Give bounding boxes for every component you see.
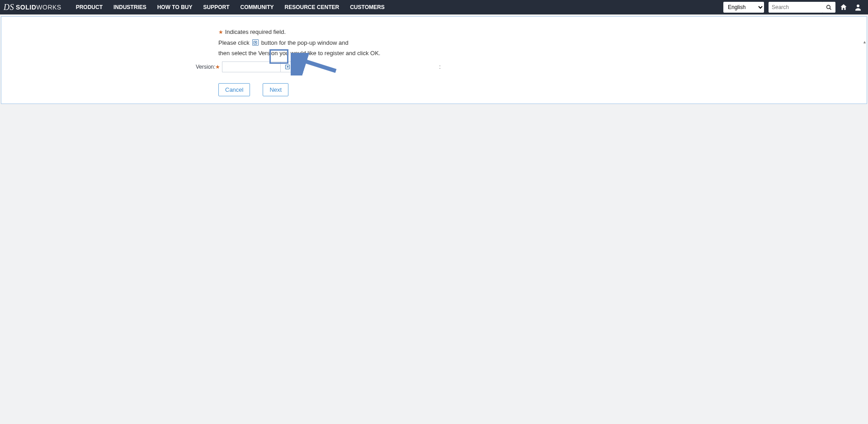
version-input[interactable] <box>222 61 281 72</box>
nav-how-to-buy[interactable]: HOW TO BUY <box>152 0 198 14</box>
required-field-note: ★ Indicates required field. <box>218 28 535 37</box>
version-field-row: Version:★ : <box>196 61 535 72</box>
search-input[interactable] <box>769 2 823 13</box>
user-icon <box>854 3 862 11</box>
language-select[interactable]: English <box>723 2 764 13</box>
main-nav: PRODUCT INDUSTRIES HOW TO BUY SUPPORT CO… <box>71 0 390 14</box>
nav-industries[interactable]: INDUSTRIES <box>108 0 152 14</box>
svg-point-0 <box>827 5 830 9</box>
search-icon <box>826 5 832 10</box>
svg-line-1 <box>830 8 831 9</box>
form-panel: ★ Indicates required field. Please click… <box>1 16 867 104</box>
popup-icon-inline <box>252 39 259 46</box>
home-icon <box>840 3 848 11</box>
required-star-icon: ★ <box>218 29 223 35</box>
instruction-line-1: Please click button for the pop-up windo… <box>218 38 535 47</box>
top-nav-bar: DS SOLIDWORKS PRODUCT INDUSTRIES HOW TO … <box>0 0 868 14</box>
next-button[interactable]: Next <box>263 83 288 96</box>
nav-support[interactable]: SUPPORT <box>198 0 235 14</box>
brand-logo[interactable]: DS SOLIDWORKS <box>4 3 69 12</box>
version-popup-button[interactable] <box>281 61 294 72</box>
search-wrap <box>769 2 835 13</box>
nav-resource-center[interactable]: RESOURCE CENTER <box>279 0 345 14</box>
content-area: ★ Indicates required field. Please click… <box>0 14 868 106</box>
cancel-button[interactable]: Cancel <box>218 83 250 96</box>
svg-point-2 <box>857 5 859 7</box>
form-extra-colon: : <box>439 63 441 70</box>
nav-product[interactable]: PRODUCT <box>71 0 108 14</box>
scroll-up-indicator[interactable]: ▲ <box>863 40 867 43</box>
search-button[interactable] <box>823 2 835 13</box>
nav-customers[interactable]: CUSTOMERS <box>344 0 390 14</box>
user-button[interactable] <box>852 0 864 14</box>
logo-ds-mark: DS <box>4 3 14 12</box>
logo-text: SOLIDWORKS <box>16 4 61 11</box>
instruction-line-2: then select the Version you would like t… <box>218 49 535 58</box>
nav-community[interactable]: COMMUNITY <box>235 0 279 14</box>
version-label: Version:★ <box>196 64 220 70</box>
popup-icon <box>285 64 290 70</box>
home-button[interactable] <box>837 0 850 14</box>
button-row: Cancel Next <box>218 83 535 96</box>
